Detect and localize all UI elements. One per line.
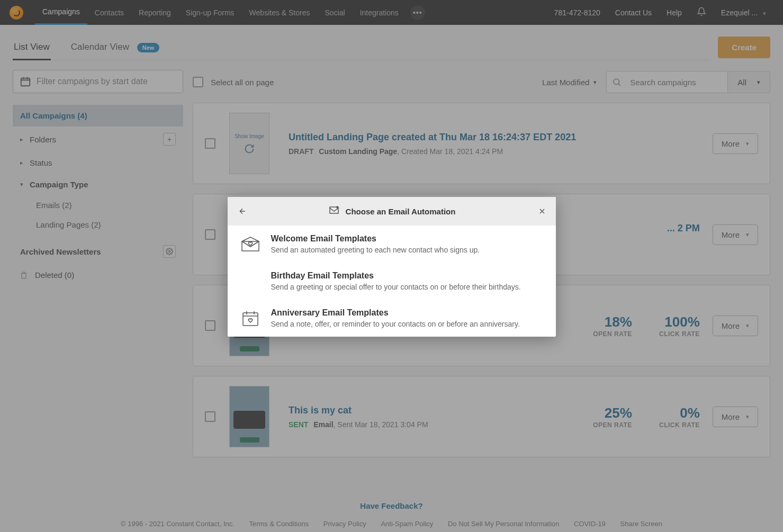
automation-anniversary[interactable]: Anniversary Email Templates Send a note,… — [228, 300, 556, 337]
automation-item-desc: Send an automated greeting to each new c… — [271, 246, 480, 254]
modal-title: Choose an Email Automation — [346, 207, 456, 216]
automation-welcome[interactable]: Welcome Email Templates Send an automate… — [228, 226, 556, 263]
automation-birthday[interactable]: Birthday Email Templates Send a greeting… — [228, 263, 556, 300]
close-icon — [538, 207, 546, 215]
automation-item-desc: Send a note, offer, or reminder to your … — [271, 320, 520, 328]
calendar-heart-icon — [240, 308, 260, 328]
automation-item-title: Birthday Email Templates — [271, 271, 521, 281]
back-button[interactable] — [237, 207, 248, 215]
envelope-heart-icon — [240, 234, 260, 254]
close-button[interactable] — [538, 207, 546, 215]
automation-icon — [328, 205, 340, 218]
arrow-left-icon — [237, 207, 248, 215]
automation-item-title: Welcome Email Templates — [271, 234, 480, 244]
modal-header: Choose an Email Automation — [228, 197, 556, 226]
automation-item-desc: Send a greeting or special offer to your… — [271, 283, 521, 291]
modal-overlay[interactable]: Choose an Email Automation Welcome Email… — [0, 0, 783, 532]
automation-item-title: Anniversary Email Templates — [271, 308, 520, 318]
automation-modal: Choose an Email Automation Welcome Email… — [228, 197, 556, 337]
